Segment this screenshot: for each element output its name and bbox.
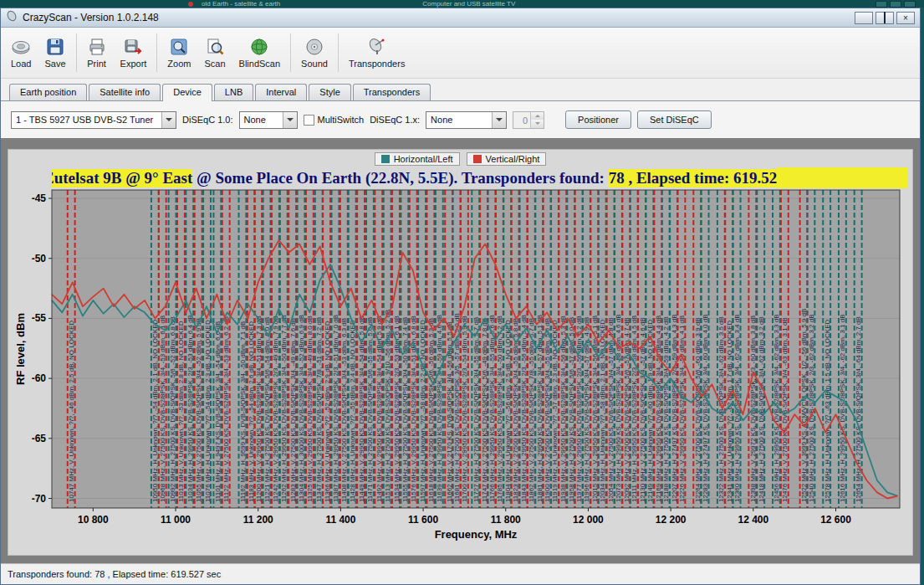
svg-text:12476 MHz, V, 27500 KS, DVB-S/: 12476 MHz, V, 27500 KS, DVB-S/QPSK, 3/4,… (781, 317, 789, 502)
set-diseqc-button[interactable]: Set DiSEqC (637, 110, 712, 129)
diseqc10-select[interactable]: None (239, 111, 298, 129)
zoom-icon (169, 37, 189, 57)
chart-title-part: @ Some Place On Earth (192, 169, 365, 187)
svg-text:12522 MHz, V, 3999 KS, ACM/VCM: 12522 MHz, V, 3999 KS, ACM/VCM, QPSK, 1/… (800, 309, 808, 502)
background-tab-icon (188, 2, 193, 7)
svg-text:10950 MHz, H, Unknown, ?/?, -5: 10950 MHz, H, Unknown, ?/?, -54 dBm, 2.1… (151, 319, 159, 502)
svg-text:10 800: 10 800 (78, 514, 109, 526)
legend-item-horizontal[interactable]: Horizontal/Left (375, 152, 460, 166)
load-label: Load (11, 59, 31, 69)
svg-text:11262 MHz, H, 29950 KS, DVB-S2: 11262 MHz, H, 29950 KS, DVB-S2/8PSK, 3/4… (280, 315, 288, 502)
svg-text:11958 MHz, H, 27500 KS, DVB-S/: 11958 MHz, H, 27500 KS, DVB-S/QPSK, 5/6,… (568, 317, 575, 502)
svg-text:12418 MHz, H, 27500 KS, DVB-S/: 12418 MHz, H, 27500 KS, DVB-S/QPSK, 3/4,… (758, 316, 765, 502)
svg-text:11977 MHz, V, 29950 KS, DVB-S2: 11977 MHz, V, 29950 KS, DVB-S2/8PSK, 2/3… (575, 316, 583, 502)
blindscan-button[interactable]: BlindScan (232, 29, 288, 76)
svg-text:-65: -65 (32, 433, 47, 444)
svg-text:11325 MHz, V, 29950 KS, DVB-S2: 11325 MHz, V, 29950 KS, DVB-S2/8PSK, 3/4… (306, 316, 314, 502)
minimize-button[interactable] (855, 12, 873, 24)
tab-transponders[interactable]: Transponders (353, 84, 431, 100)
svg-text:11727 MHz, H, 27500 KS, DVB-S/: 11727 MHz, H, 27500 KS, DVB-S/QPSK, 3/4,… (472, 317, 480, 502)
scan-icon (205, 37, 225, 57)
spinner-up-arrow[interactable] (531, 112, 544, 121)
tuner-select-arrow[interactable] (161, 112, 176, 128)
plot-wrap: -45-50-55-60-65-7010747 MHz, V, Unknown,… (13, 188, 907, 553)
save-label: Save (44, 59, 65, 69)
app-icon (6, 10, 18, 25)
toolbar-separator (156, 33, 157, 72)
svg-text:11555 MHz, H, 27500 KS, DVB-S/: 11555 MHz, H, 27500 KS, DVB-S/QPSK, 3/4,… (401, 317, 409, 502)
svg-text:12 000: 12 000 (573, 514, 604, 526)
svg-text:11747 MHz, V, 27500 KS, DVB-S/: 11747 MHz, V, 27500 KS, DVB-S/QPSK, 5/6,… (481, 318, 488, 502)
svg-text:-70: -70 (32, 493, 47, 505)
svg-text:11471 MHz, H, 27500 KS, DVB-S/: 11471 MHz, H, 27500 KS, DVB-S/QPSK, 5/6,… (366, 317, 374, 502)
svg-text:-45: -45 (32, 192, 47, 204)
diseqc-position-spinner[interactable]: 0 (513, 111, 544, 129)
svg-text:10968 MHz, V, 27500 KS, DVB-S2: 10968 MHz, V, 27500 KS, DVB-S2/8PSK, 3/4… (159, 316, 166, 502)
svg-text:11 200: 11 200 (243, 514, 273, 526)
multiswitch-checkbox[interactable] (304, 115, 314, 126)
svg-text:11 600: 11 600 (408, 514, 438, 526)
svg-text:11242 MHz, V, 29950 KS, DVB-S2: 11242 MHz, V, 29950 KS, DVB-S2/8PSK, 2/3… (272, 316, 279, 502)
print-button[interactable]: Print (80, 29, 114, 76)
positioner-button[interactable]: Positioner (565, 110, 631, 129)
diseqc10-label: DiSEqC 1.0: (182, 115, 233, 125)
svg-text:12283 MHz, H, 27497 KS, DVB-S2: 12283 MHz, H, 27497 KS, DVB-S2/8PSK, 3/4… (702, 314, 709, 502)
save-icon (45, 37, 65, 57)
export-label: Export (120, 59, 147, 69)
diseqc10-select-arrow[interactable] (283, 112, 297, 128)
sound-label: Sound (301, 59, 328, 69)
svg-text:12015 MHz, V, 29950 KS, DVB-S2: 12015 MHz, V, 29950 KS, DVB-S2/8PSK, 3/4… (591, 316, 599, 502)
svg-text:-60: -60 (32, 372, 47, 384)
svg-text:12654 MHz, H, 27500 KS, DVB-S/: 12654 MHz, H, 27500 KS, DVB-S/QPSK, 3/4,… (855, 316, 862, 502)
svg-text:12169 MHz, V, 29950 KS, DVB-S2: 12169 MHz, V, 29950 KS, DVB-S2/8PSK, 3/4… (655, 316, 662, 502)
diseqc1x-select[interactable]: None (426, 111, 507, 129)
diseqc1x-select-value: None (426, 115, 457, 125)
svg-text:11843 MHz, H, 29950 KS, DVB-S2: 11843 MHz, H, 29950 KS, DVB-S2/8PSK, 2/3… (520, 315, 528, 502)
svg-text:11449 MHz, V, 29950 KS, DVB-S2: 11449 MHz, V, 29950 KS, DVB-S2/8PSK, 3/4… (358, 316, 365, 502)
svg-text:11221 MHz, H, 27500 KS, DVB-S/: 11221 MHz, H, 27500 KS, DVB-S/QPSK, 5/6,… (263, 317, 271, 502)
diseqc1x-select-arrow[interactable] (492, 112, 506, 128)
scan-button[interactable]: Scan (197, 29, 232, 76)
svg-text:11862 MHz, V, 27500 KS, DVB-S/: 11862 MHz, V, 27500 KS, DVB-S/QPSK, 7/8,… (528, 318, 535, 502)
legend-label-vertical: Vertical/Right (486, 154, 540, 164)
svg-text:11101 MHz, H, 9497 KS, DVB-S/Q: 11101 MHz, H, 9497 KS, DVB-S/QPSK, 3/4, … (214, 321, 222, 502)
svg-text:11766 MHz, H, 29950 KS, DVB-S2: 11766 MHz, H, 29950 KS, DVB-S2/8PSK, 3/4… (488, 315, 496, 502)
svg-text:11597 MHz, H, Unknown, ?/?, -5: 11597 MHz, H, Unknown, ?/?, -58 dBm, 2.2… (419, 320, 426, 502)
save-button[interactable]: Save (38, 29, 72, 76)
svg-text:12 200: 12 200 (656, 514, 687, 526)
status-text: Transponders found: 78 , Elapsed time: 6… (8, 569, 221, 579)
toolbar: Load Save Print Export (1, 28, 920, 79)
svg-text:11304 MHz, H, 30000 KS, DVB-S2: 11304 MHz, H, 30000 KS, DVB-S2/8PSK, 3/4… (298, 315, 305, 502)
blindscan-label: BlindScan (239, 59, 281, 69)
svg-text:10747 MHz, V, Unknown, ?/?, -4: 10747 MHz, V, Unknown, ?/?, -46 dBm, 2.5… (68, 321, 75, 502)
transponders-label: Transponders (349, 59, 405, 69)
sound-button[interactable]: Sound (294, 29, 334, 76)
tab-earth-position[interactable]: Earth position (9, 84, 87, 100)
sound-icon (304, 37, 324, 57)
svg-text:11 400: 11 400 (325, 514, 355, 526)
svg-text:11055 MHz, V, 27500 KS, DVB-S/: 11055 MHz, V, 27500 KS, DVB-S/QPSK, 3/4,… (195, 318, 202, 502)
zoom-button[interactable]: Zoom (161, 29, 197, 76)
toolbar-separator (76, 33, 77, 72)
svg-text:11034 MHz, H, 29950 KS, DVB-S2: 11034 MHz, H, 29950 KS, DVB-S2/8PSK, 2/3… (186, 315, 194, 502)
tab-style[interactable]: Style (309, 84, 350, 100)
load-button[interactable]: Load (4, 29, 38, 76)
tab-lnb[interactable]: LNB (214, 84, 253, 100)
tab-strip: Earth position Satellite info Device LNB… (1, 79, 920, 138)
export-button[interactable]: Export (114, 29, 154, 76)
transponders-button[interactable]: Transponders (342, 29, 411, 76)
tab-satellite-info[interactable]: Satellite info (89, 84, 161, 100)
maximize-button[interactable] (876, 12, 894, 24)
tab-interval[interactable]: Interval (255, 84, 307, 100)
tab-device[interactable]: Device (162, 84, 212, 101)
spectrum-chart[interactable]: -45-50-55-60-65-7010747 MHz, V, Unknown,… (13, 188, 907, 548)
tuner-select[interactable]: 1 - TBS 5927 USB DVB-S2 Tuner (11, 111, 176, 129)
chart-title: Eutelsat 9B @ 9° East @ Some Place On Ea… (52, 167, 907, 188)
svg-text:-50: -50 (32, 253, 47, 264)
svg-text:11823 MHz, V, 27500 KS, DVB-S/: 11823 MHz, V, 27500 KS, DVB-S/QPSK, 3/4,… (512, 318, 519, 502)
spinner-down-arrow[interactable] (531, 120, 544, 128)
svg-text:11387 MHz, H, 29950 KS, DVB-S2: 11387 MHz, H, 29950 KS, DVB-S2/8PSK, 2/3… (332, 315, 339, 502)
legend-item-vertical[interactable]: Vertical/Right (467, 152, 547, 166)
title-bar: CrazyScan - Version 1.0.2.148 × (1, 8, 920, 28)
close-button[interactable]: × (896, 12, 915, 24)
